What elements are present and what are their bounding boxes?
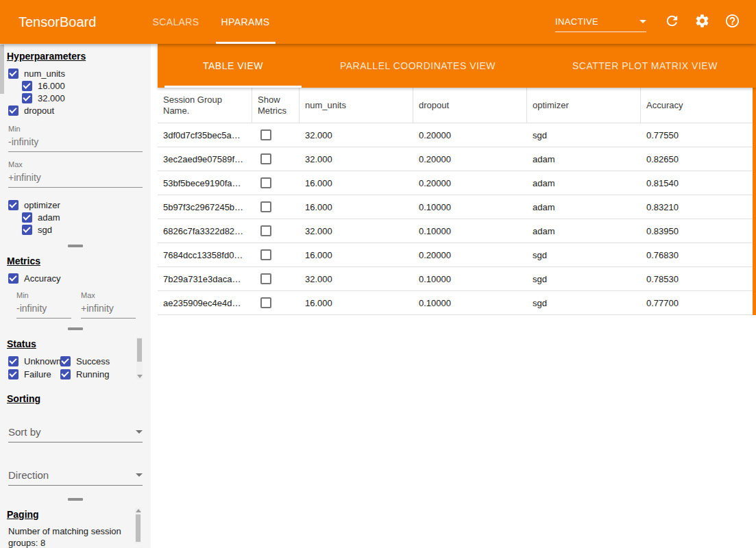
scrollbar-arrow-up-icon[interactable] bbox=[136, 509, 141, 512]
show-metrics-checkbox[interactable] bbox=[260, 273, 271, 284]
table-row: ae235909ec4e4d… 16.000 0.10000 sgd 0.777… bbox=[158, 291, 756, 315]
hyperparameters-pane: Hyperparameters num_units 16.000 32.000 … bbox=[0, 51, 151, 236]
optimizer-cell: adam bbox=[527, 154, 641, 164]
chevron-down-icon bbox=[136, 473, 143, 477]
checkbox-icon bbox=[60, 356, 71, 366]
column-header-session-group-name: Session Group Name. bbox=[158, 88, 252, 123]
pane-resize-handle[interactable] bbox=[68, 327, 83, 330]
app-title: TensorBoard bbox=[19, 14, 96, 30]
tab-parallel-coordinates-view[interactable]: PARALLEL COORDINATES VIEW bbox=[302, 44, 534, 88]
show-metrics-checkbox[interactable] bbox=[260, 153, 271, 164]
accuracy-cell: 0.76830 bbox=[641, 250, 756, 260]
table-row: 5b97f3c2967245b… 16.000 0.10000 adam 0.8… bbox=[158, 195, 756, 219]
status-scrollbar-thumb[interactable] bbox=[137, 338, 142, 362]
num-units-cell: 32.000 bbox=[300, 154, 413, 164]
help-icon bbox=[724, 13, 740, 29]
table-row: 6826c7fa3322d82… 32.000 0.10000 adam 0.8… bbox=[158, 219, 756, 243]
show-metrics-checkbox[interactable] bbox=[260, 201, 271, 212]
filter-optimizer[interactable]: optimizer bbox=[0, 199, 151, 211]
accuracy-cell: 0.77550 bbox=[641, 130, 756, 140]
direction-value: Direction bbox=[8, 469, 49, 481]
view-tabs: TABLE VIEW PARALLEL COORDINATES VIEW SCA… bbox=[158, 44, 756, 88]
filter-optimizer-sgd[interactable]: sgd bbox=[0, 223, 151, 236]
session-group-name-cell: 3df0d7cf35bec5a… bbox=[158, 130, 252, 140]
table-scrollbar[interactable] bbox=[753, 88, 756, 315]
direction-dropdown[interactable]: Direction bbox=[8, 465, 143, 486]
filter-status-success[interactable]: Success bbox=[60, 355, 123, 367]
filter-label: 16.000 bbox=[38, 81, 65, 91]
filter-status-running[interactable]: Running bbox=[60, 368, 123, 380]
pane-resize-handle[interactable] bbox=[68, 245, 83, 247]
show-metrics-checkbox[interactable] bbox=[260, 297, 271, 308]
filter-label: Accuracy bbox=[24, 273, 60, 284]
filter-status-failure[interactable]: Failure bbox=[0, 368, 60, 380]
filter-dropout[interactable]: dropout bbox=[0, 104, 151, 116]
session-group-name-cell: 7684dcc13358fd0… bbox=[158, 250, 252, 260]
sorting-heading: Sorting bbox=[7, 393, 151, 404]
session-group-name-cell: 53bf5bece9190fa… bbox=[158, 178, 252, 188]
session-group-name-cell: ae235909ec4e4d… bbox=[158, 298, 252, 308]
show-metrics-checkbox[interactable] bbox=[260, 249, 271, 260]
column-header-show-metrics: Show Metrics bbox=[252, 88, 300, 123]
filter-num-units-32[interactable]: 32.000 bbox=[0, 92, 151, 104]
hyperparameters-heading: Hyperparameters bbox=[7, 51, 151, 62]
show-metrics-checkbox[interactable] bbox=[260, 129, 271, 140]
paging-scrollbar[interactable] bbox=[135, 508, 141, 543]
optimizer-cell: sgd bbox=[527, 250, 641, 260]
accuracy-min-input[interactable] bbox=[16, 299, 71, 319]
status-heading: Status bbox=[7, 338, 151, 349]
session-group-name-cell: 7b29a731e3daca… bbox=[158, 274, 252, 284]
scrollbar-arrow-down-icon[interactable] bbox=[137, 375, 143, 378]
show-metrics-cell bbox=[252, 153, 300, 165]
column-header-accuracy: Accuracy bbox=[641, 88, 756, 123]
num-units-cell: 32.000 bbox=[300, 130, 413, 140]
tab-scalars[interactable]: SCALARS bbox=[141, 0, 210, 44]
table-row: 3ec2aed9e07589f… 32.000 0.20000 adam 0.8… bbox=[158, 147, 756, 171]
filter-label: Success bbox=[76, 356, 110, 366]
tab-hparams[interactable]: HPARAMS bbox=[210, 0, 281, 44]
filter-accuracy[interactable]: Accuracy bbox=[0, 272, 151, 284]
hparams-sidebar: Hyperparameters num_units 16.000 32.000 … bbox=[0, 44, 151, 548]
checkbox-icon bbox=[8, 68, 19, 79]
checkbox-icon bbox=[8, 273, 19, 284]
metrics-pane: Metrics Accuracy Min Max bbox=[0, 256, 151, 319]
accuracy-max-input[interactable] bbox=[81, 299, 136, 319]
table-header: Session Group Name. Show Metrics num_uni… bbox=[158, 88, 756, 123]
settings-button[interactable] bbox=[693, 13, 711, 31]
tab-scatter-plot-matrix-view[interactable]: SCATTER PLOT MATRIX VIEW bbox=[534, 44, 756, 88]
paging-scrollbar-thumb[interactable] bbox=[136, 514, 141, 542]
status-scrollbar[interactable] bbox=[136, 337, 143, 379]
filter-num-units-16[interactable]: 16.000 bbox=[0, 79, 151, 92]
session-group-name-cell: 6826c7fa3322d82… bbox=[158, 226, 252, 236]
column-header-num-units: num_units bbox=[300, 88, 413, 123]
max-label: Max bbox=[8, 160, 143, 169]
session-group-name-cell: 5b97f3c2967245b… bbox=[158, 202, 252, 212]
accuracy-cell: 0.81540 bbox=[641, 178, 756, 188]
accuracy-max-field: Max bbox=[81, 291, 136, 319]
accuracy-cell: 0.82650 bbox=[641, 154, 756, 164]
dropout-cell: 0.10000 bbox=[413, 274, 527, 284]
help-button[interactable] bbox=[723, 13, 741, 31]
dropout-max-input[interactable] bbox=[8, 169, 143, 188]
filter-num-units[interactable]: num_units bbox=[0, 67, 151, 79]
num-units-cell: 16.000 bbox=[300, 202, 413, 212]
filter-optimizer-adam[interactable]: adam bbox=[0, 211, 151, 223]
filter-label: sgd bbox=[38, 225, 52, 235]
tab-table-view[interactable]: TABLE VIEW bbox=[164, 44, 302, 88]
filter-label: Failure bbox=[24, 369, 51, 379]
checkbox-icon bbox=[22, 225, 32, 235]
sort-by-dropdown[interactable]: Sort by bbox=[8, 422, 143, 443]
show-metrics-checkbox[interactable] bbox=[260, 225, 271, 236]
dropout-cell: 0.10000 bbox=[413, 298, 527, 308]
show-metrics-checkbox[interactable] bbox=[260, 177, 271, 188]
show-metrics-cell bbox=[252, 273, 300, 285]
pane-resize-handle[interactable] bbox=[68, 498, 83, 501]
filter-label: 32.000 bbox=[38, 93, 65, 103]
refresh-button[interactable] bbox=[663, 13, 681, 31]
dropout-min-input[interactable] bbox=[8, 133, 143, 152]
filter-status-unknown[interactable]: Unknown bbox=[0, 355, 60, 367]
show-metrics-cell bbox=[252, 225, 300, 237]
optimizer-cell: adam bbox=[527, 202, 641, 212]
sidebar-scrollbar-thumb[interactable] bbox=[0, 45, 4, 94]
reload-mode-select[interactable]: INACTIVE bbox=[555, 12, 646, 32]
